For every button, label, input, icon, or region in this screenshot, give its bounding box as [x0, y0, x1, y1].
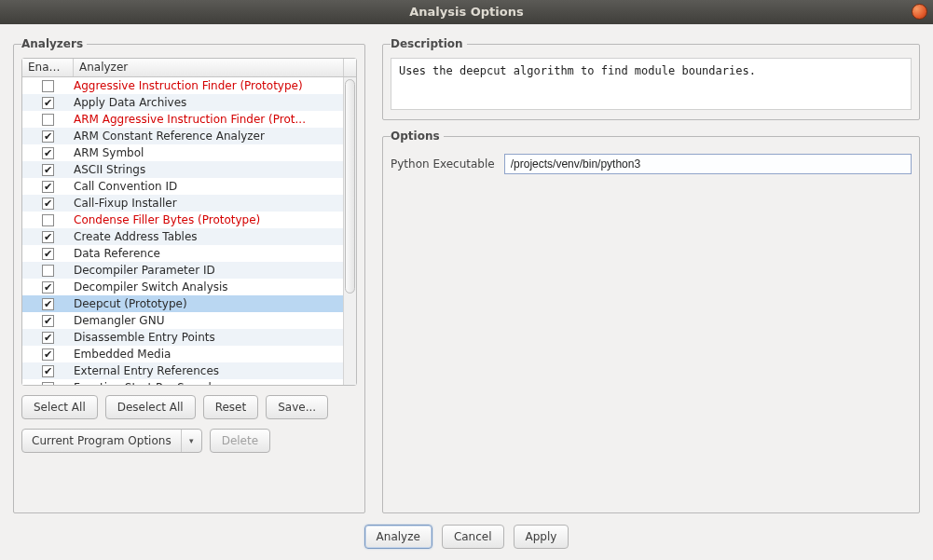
- row-analyzer-name[interactable]: Decompiler Switch Analysis: [74, 279, 356, 295]
- table-row[interactable]: Decompiler Parameter ID: [22, 262, 356, 279]
- row-checkbox-cell[interactable]: ✔: [22, 362, 74, 379]
- checkbox[interactable]: ✔: [42, 198, 54, 210]
- table-row[interactable]: ✔Call Convention ID: [22, 178, 356, 195]
- table-row[interactable]: ✔ARM Constant Reference Analyzer: [22, 128, 356, 144]
- checkbox[interactable]: ✔: [42, 315, 54, 327]
- table-row[interactable]: ✔Decompiler Switch Analysis: [22, 279, 356, 295]
- table-row[interactable]: Condense Filler Bytes (Prototype): [22, 212, 356, 228]
- row-checkbox-cell[interactable]: ✔: [22, 144, 74, 161]
- checkbox[interactable]: ✔: [42, 298, 54, 310]
- row-analyzer-name[interactable]: Condense Filler Bytes (Prototype): [74, 212, 356, 228]
- row-checkbox-cell[interactable]: [22, 212, 74, 228]
- row-checkbox-cell[interactable]: ✔: [22, 245, 74, 262]
- options-scope-combo[interactable]: Current Program Options ▾: [21, 429, 202, 453]
- save-button[interactable]: Save...: [266, 395, 328, 419]
- checkbox[interactable]: ✔: [42, 147, 54, 159]
- row-checkbox-cell[interactable]: ✔: [22, 161, 74, 178]
- analyzers-panel: Analyzers Enabl... Analyzer Aggressive I…: [13, 37, 365, 513]
- row-checkbox-cell[interactable]: ✔: [22, 94, 74, 111]
- close-icon[interactable]: [912, 4, 927, 20]
- row-checkbox-cell[interactable]: ✔: [22, 279, 74, 295]
- delete-button: Delete: [210, 429, 270, 453]
- analyzers-title: Analyzers: [21, 37, 87, 50]
- checkbox[interactable]: ✔: [42, 332, 54, 344]
- row-analyzer-name[interactable]: Demangler GNU: [74, 312, 356, 329]
- col-enabled[interactable]: Enabl...: [22, 59, 74, 76]
- dialog-footer: Analyze Cancel Apply: [13, 513, 920, 554]
- checkbox[interactable]: [42, 265, 54, 277]
- table-row[interactable]: ✔External Entry References: [22, 362, 356, 379]
- deselect-all-button[interactable]: Deselect All: [105, 395, 196, 419]
- table-row[interactable]: ✔Embedded Media: [22, 346, 356, 362]
- row-analyzer-name[interactable]: ASCII Strings: [74, 161, 356, 178]
- checkbox[interactable]: ✔: [42, 97, 54, 109]
- checkbox[interactable]: [42, 114, 54, 126]
- table-row[interactable]: ✔Create Address Tables: [22, 228, 356, 245]
- checkbox[interactable]: ✔: [42, 382, 54, 386]
- checkbox[interactable]: [42, 80, 54, 92]
- row-checkbox-cell[interactable]: ✔: [22, 295, 74, 312]
- row-analyzer-name[interactable]: Call Convention ID: [74, 178, 356, 195]
- row-analyzer-name[interactable]: Deepcut (Prototype): [74, 295, 356, 312]
- col-analyzer[interactable]: Analyzer: [74, 59, 356, 76]
- checkbox[interactable]: ✔: [42, 365, 54, 377]
- checkbox[interactable]: ✔: [42, 281, 54, 294]
- row-analyzer-name[interactable]: Disassemble Entry Points: [74, 329, 356, 346]
- checkbox[interactable]: ✔: [42, 248, 54, 260]
- table-row[interactable]: ✔Function Start Pre Search: [22, 379, 356, 385]
- row-analyzer-name[interactable]: ARM Aggressive Instruction Finder (Prot.…: [74, 111, 356, 128]
- row-analyzer-name[interactable]: Embedded Media: [74, 346, 356, 362]
- row-checkbox-cell[interactable]: [22, 262, 74, 279]
- options-title: Options: [391, 130, 444, 143]
- table-row[interactable]: ✔Demangler GNU: [22, 312, 356, 329]
- row-analyzer-name[interactable]: Data Reference: [74, 245, 356, 262]
- row-analyzer-name[interactable]: Function Start Pre Search: [74, 379, 356, 385]
- table-row[interactable]: ARM Aggressive Instruction Finder (Prot.…: [22, 111, 356, 128]
- apply-button[interactable]: Apply: [514, 525, 569, 549]
- row-checkbox-cell[interactable]: ✔: [22, 128, 74, 144]
- row-analyzer-name[interactable]: Decompiler Parameter ID: [74, 262, 356, 279]
- table-row[interactable]: ✔ASCII Strings: [22, 161, 356, 178]
- row-analyzer-name[interactable]: Create Address Tables: [74, 228, 356, 245]
- table-row[interactable]: ✔Call-Fixup Installer: [22, 195, 356, 212]
- select-all-button[interactable]: Select All: [21, 395, 98, 419]
- cancel-button[interactable]: Cancel: [442, 525, 504, 549]
- checkbox[interactable]: ✔: [42, 181, 54, 193]
- row-analyzer-name[interactable]: External Entry References: [74, 362, 356, 379]
- row-checkbox-cell[interactable]: ✔: [22, 379, 74, 385]
- row-checkbox-cell[interactable]: ✔: [22, 346, 74, 362]
- row-checkbox-cell[interactable]: ✔: [22, 178, 74, 195]
- row-analyzer-name[interactable]: ARM Symbol: [74, 144, 356, 161]
- table-row[interactable]: ✔ARM Symbol: [22, 144, 356, 161]
- row-analyzer-name[interactable]: Call-Fixup Installer: [74, 195, 356, 212]
- analyze-button[interactable]: Analyze: [364, 525, 432, 549]
- row-checkbox-cell[interactable]: ✔: [22, 228, 74, 245]
- checkbox[interactable]: ✔: [42, 164, 54, 176]
- checkbox[interactable]: ✔: [42, 231, 54, 243]
- row-checkbox-cell[interactable]: ✔: [22, 195, 74, 212]
- row-checkbox-cell[interactable]: ✔: [22, 312, 74, 329]
- scrollbar-thumb[interactable]: [345, 79, 355, 294]
- scrollbar-track[interactable]: [343, 77, 356, 385]
- checkbox[interactable]: ✔: [42, 130, 54, 143]
- table-body[interactable]: Aggressive Instruction Finder (Prototype…: [22, 77, 356, 385]
- checkbox[interactable]: ✔: [42, 348, 54, 361]
- options-panel: Options Python Executable: [382, 130, 920, 513]
- row-checkbox-cell[interactable]: ✔: [22, 329, 74, 346]
- row-analyzer-name[interactable]: Apply Data Archives: [74, 94, 356, 111]
- table-row[interactable]: ✔Apply Data Archives: [22, 94, 356, 111]
- row-checkbox-cell[interactable]: [22, 77, 74, 94]
- analyzers-table: Enabl... Analyzer Aggressive Instruction…: [21, 58, 357, 386]
- reset-button[interactable]: Reset: [203, 395, 259, 419]
- row-analyzer-name[interactable]: Aggressive Instruction Finder (Prototype…: [74, 77, 356, 94]
- row-analyzer-name[interactable]: ARM Constant Reference Analyzer: [74, 128, 356, 144]
- python-executable-label: Python Executable: [391, 157, 495, 171]
- table-row[interactable]: Aggressive Instruction Finder (Prototype…: [22, 77, 356, 94]
- python-executable-field[interactable]: [504, 154, 912, 174]
- table-row[interactable]: ✔Disassemble Entry Points: [22, 329, 356, 346]
- description-text: Uses the deepcut algorithm to find modul…: [391, 58, 912, 110]
- checkbox[interactable]: [42, 214, 54, 226]
- table-row[interactable]: ✔Data Reference: [22, 245, 356, 262]
- table-row[interactable]: ✔Deepcut (Prototype): [22, 295, 356, 312]
- row-checkbox-cell[interactable]: [22, 111, 74, 128]
